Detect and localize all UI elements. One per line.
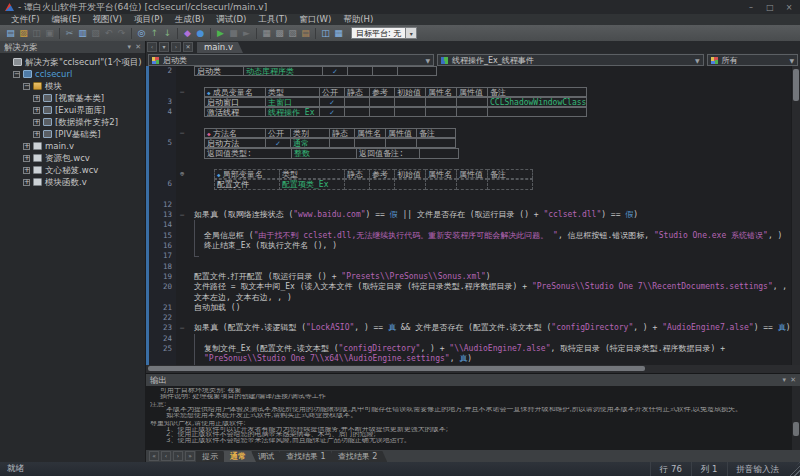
- code-editor[interactable]: 2启动类动态库程序类✓—◆成员变量名类型公开静态参考初始值属性名属性值备注3启动…: [146, 66, 800, 365]
- column-header[interactable]: 备注: [487, 87, 587, 97]
- table-cell[interactable]: [456, 179, 488, 189]
- solution-panel-icon[interactable]: ◫: [319, 27, 332, 40]
- pause-icon[interactable]: ■: [227, 27, 240, 40]
- expand-icon[interactable]: +: [23, 167, 30, 174]
- table-row[interactable]: 3启动窗口主窗口✓CCLShadowWindowClass: [146, 97, 791, 107]
- column-header[interactable]: 公开: [319, 87, 345, 97]
- editor-combo-2[interactable]: 线程操作_Ex_线程事件▼: [437, 54, 704, 66]
- tree-item-wcv[interactable]: +资源包.wcv: [0, 152, 145, 164]
- column-header[interactable]: 初始值: [394, 87, 426, 97]
- table-cell[interactable]: [456, 97, 488, 107]
- column-header[interactable]: 静态: [329, 128, 355, 138]
- fold-marker[interactable]: ⊕: [176, 169, 188, 179]
- code-line-24[interactable]: 24: [146, 334, 791, 344]
- table-row[interactable]: 6配置文件配置项类_Ex: [146, 179, 791, 189]
- resize-grip[interactable]: [788, 462, 800, 476]
- tab-nav-button-2[interactable]: ›: [171, 42, 181, 52]
- expand-icon[interactable]: +: [23, 143, 30, 150]
- fold-marker[interactable]: —: [176, 323, 188, 333]
- code-line-16[interactable]: 16终止结束_Ex (取执行文件名 (), ): [146, 241, 791, 251]
- table-cell[interactable]: 动态库程序类: [243, 66, 323, 76]
- table-cell[interactable]: [344, 179, 370, 189]
- table-cell[interactable]: [394, 179, 426, 189]
- table-row[interactable]: 5启动方法✓通常: [146, 138, 791, 148]
- table-cell[interactable]: 激活线程: [204, 107, 266, 117]
- output-tab-调试[interactable]: 调试: [252, 451, 284, 462]
- fold-marker[interactable]: —: [176, 128, 188, 138]
- column-header[interactable]: 类别: [290, 128, 330, 138]
- menu-item[interactable]: 帮助(H): [337, 14, 379, 26]
- output-tab-通常[interactable]: 通常: [224, 451, 256, 462]
- table-cell[interactable]: [344, 107, 370, 117]
- tree-item-cclsecurl[interactable]: −cclsecurl: [0, 68, 145, 80]
- column-header[interactable]: 类型: [279, 169, 345, 179]
- column-header[interactable]: 属性值: [456, 87, 488, 97]
- code-line-12[interactable]: 12: [146, 200, 791, 210]
- table-cell[interactable]: [425, 97, 457, 107]
- table-cell[interactable]: [394, 107, 426, 117]
- code-line-21[interactable]: 21自动加载 (): [146, 303, 791, 313]
- deploy-icon[interactable]: ▤: [299, 27, 312, 40]
- table-cell[interactable]: ✓: [322, 66, 348, 76]
- minimize-button[interactable]: –: [745, 3, 757, 12]
- table-cell[interactable]: [369, 97, 395, 107]
- dropdown-arrow-icon[interactable]: ▾: [406, 27, 417, 39]
- table-cell[interactable]: 配置项类_Ex: [279, 179, 345, 189]
- code-gap[interactable]: [146, 76, 791, 86]
- expand-icon[interactable]: +: [33, 131, 40, 138]
- table-cell[interactable]: [416, 138, 456, 148]
- menu-item[interactable]: 文件(F): [5, 14, 46, 26]
- table-cell[interactable]: [487, 107, 587, 117]
- editor-horizontal-scrollbar[interactable]: [146, 365, 800, 373]
- menu-item[interactable]: 工具(T): [252, 14, 293, 26]
- table-header-row[interactable]: ⊕◆局部变量名类型静态参考初始值属性名属性值备注: [146, 169, 791, 179]
- menu-item[interactable]: 调试(D): [210, 14, 252, 26]
- table-cell[interactable]: 整数: [291, 148, 357, 158]
- expand-icon[interactable]: +: [23, 155, 30, 162]
- code-line-15[interactable]: 15全局信息框 ("由于找不到 cclset.dll,无法继续执行代码。重新安装…: [146, 231, 791, 241]
- step-icon[interactable]: ►: [240, 27, 253, 40]
- column-header[interactable]: 属性名: [425, 87, 457, 97]
- new-file-icon[interactable]: ▤: [4, 27, 17, 40]
- table-cell[interactable]: ✓: [319, 107, 345, 117]
- save-all-icon[interactable]: ▣: [43, 27, 56, 40]
- tree-item-cclsecurl1[interactable]: 解决方案"cclsecurl"(1个项目): [0, 56, 145, 68]
- code-line-wrap[interactable]: 文本左边, 文本右边, , ): [146, 293, 791, 303]
- table-cell[interactable]: ✓: [319, 97, 345, 107]
- code-line-18[interactable]: 18: [146, 262, 791, 272]
- table-cell[interactable]: [394, 97, 426, 107]
- output-tab-查找结果2[interactable]: 查找结果 2: [332, 451, 388, 462]
- panel-pin-icon[interactable]: ▾: [128, 41, 132, 53]
- tab-nav-button-3[interactable]: ✕: [183, 42, 193, 52]
- table-cell[interactable]: [425, 179, 457, 189]
- tree-item-piv[interactable]: +[PIV基础类]: [0, 128, 145, 140]
- code-gap[interactable]: [146, 117, 791, 127]
- menu-item[interactable]: 编辑(E): [46, 14, 87, 26]
- target-platform-combo[interactable]: 目标平台: 无▾: [351, 27, 417, 39]
- editor-combo-3[interactable]: 所有▼: [707, 54, 799, 66]
- find-next-icon[interactable]: ↓: [161, 27, 174, 40]
- expand-icon[interactable]: +: [33, 95, 40, 102]
- table-cell[interactable]: [354, 138, 386, 148]
- table-cell[interactable]: 通常: [290, 138, 330, 148]
- expand-icon[interactable]: +: [23, 179, 30, 186]
- code-line-19[interactable]: 19配置文件.打开配置 (取运行目录 () + "Presets\\PreSon…: [146, 272, 791, 282]
- output-vertical-scrollbar[interactable]: [792, 386, 800, 450]
- run-icon[interactable]: ▶: [214, 27, 227, 40]
- column-header[interactable]: ◆成员变量名: [204, 87, 266, 97]
- table-row[interactable]: 4激活线程线程操作_Ex✓: [146, 107, 791, 117]
- expand-icon[interactable]: +: [33, 119, 40, 126]
- menu-item[interactable]: 窗口(W): [293, 14, 337, 26]
- menu-item[interactable]: 生成(B): [169, 14, 210, 26]
- column-header[interactable]: ◆方法名: [204, 128, 266, 138]
- tab-nav-button-0[interactable]: ‹: [147, 42, 157, 52]
- copy-icon[interactable]: ▥: [76, 27, 89, 40]
- output-nav-button-1[interactable]: ‹: [161, 451, 171, 461]
- table-cell[interactable]: [456, 107, 488, 117]
- help-icon[interactable]: ●: [194, 27, 207, 40]
- panel-close-icon[interactable]: ✕: [135, 41, 141, 53]
- compile-icon[interactable]: ▧: [286, 27, 299, 40]
- collapse-icon[interactable]: −: [23, 83, 30, 90]
- menu-item[interactable]: 视图(V): [87, 14, 128, 26]
- close-button[interactable]: ×: [783, 3, 795, 12]
